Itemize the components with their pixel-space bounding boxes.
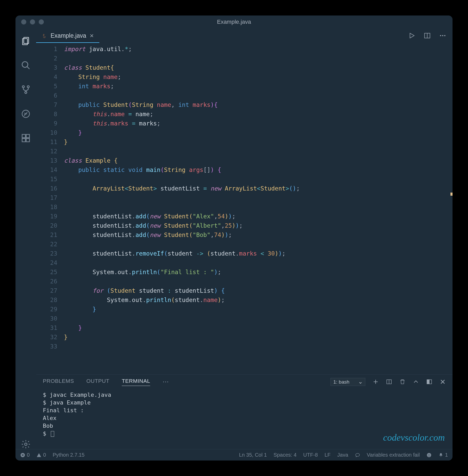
zoom-window-button[interactable] <box>39 19 44 25</box>
run-icon[interactable] <box>408 32 415 39</box>
bottom-panel: PROBLEMS OUTPUT TERMINAL ⋯ 1: bash <box>36 374 453 449</box>
tab-close-icon[interactable]: × <box>90 32 94 40</box>
svg-rect-10 <box>22 139 26 142</box>
line-numbers: 1234567891011121314151617181920212223242… <box>36 43 62 374</box>
status-eol[interactable]: LF <box>325 452 330 458</box>
error-icon <box>20 453 25 458</box>
status-smiley-icon[interactable] <box>426 453 432 458</box>
panel-tab-output[interactable]: OUTPUT <box>86 378 109 386</box>
svg-point-12 <box>25 443 27 446</box>
terminal-output[interactable]: $ javac Example.java$ java ExampleFinal … <box>36 389 453 449</box>
terminal-select[interactable]: 1: bash <box>330 378 365 386</box>
status-bar: 0 0 Python 2.7.15 Ln 35, Col 1 Spaces: 4… <box>15 449 453 461</box>
bell-icon <box>438 453 443 458</box>
window-title: Example.java <box>217 19 251 25</box>
panel-more-icon[interactable]: ⋯ <box>163 378 169 385</box>
java-file-icon <box>42 33 47 39</box>
split-terminal-icon[interactable] <box>386 379 392 385</box>
minimap[interactable] <box>419 45 450 76</box>
warning-icon <box>36 453 42 458</box>
svg-rect-24 <box>427 380 429 384</box>
svg-point-5 <box>27 86 29 88</box>
status-notifications[interactable]: 1 <box>438 452 448 458</box>
svg-point-32 <box>429 454 430 455</box>
kill-terminal-icon[interactable] <box>399 379 406 385</box>
workbench-body: Example.java × 1234567891011121314151617… <box>15 28 453 449</box>
editor-tabs: Example.java × <box>36 28 453 43</box>
status-language[interactable]: Java <box>337 452 348 458</box>
toggle-panel-icon[interactable] <box>426 379 432 385</box>
debug-icon[interactable] <box>21 109 31 119</box>
svg-line-3 <box>27 67 30 69</box>
svg-rect-9 <box>26 134 30 138</box>
svg-point-30 <box>427 453 431 457</box>
svg-marker-13 <box>410 33 414 38</box>
more-actions-icon[interactable] <box>439 32 446 39</box>
status-cursor-position[interactable]: Ln 35, Col 1 <box>239 452 267 458</box>
status-warnings[interactable]: 0 <box>36 452 46 458</box>
settings-gear-icon[interactable] <box>21 439 31 449</box>
svg-point-16 <box>440 35 441 36</box>
status-errors[interactable]: 0 <box>20 452 30 458</box>
watermark-text: codevscolor.com <box>383 434 445 441</box>
status-interpreter[interactable]: Python 2.7.15 <box>53 452 84 458</box>
close-panel-icon[interactable] <box>440 379 446 385</box>
close-window-button[interactable] <box>21 19 26 25</box>
svg-point-17 <box>442 35 443 36</box>
editor-main: Example.java × 1234567891011121314151617… <box>36 28 453 449</box>
status-indentation[interactable]: Spaces: 4 <box>273 452 296 458</box>
status-encoding[interactable]: UTF-8 <box>303 452 318 458</box>
split-editor-icon[interactable] <box>424 32 431 39</box>
svg-point-2 <box>22 62 28 67</box>
new-terminal-icon[interactable] <box>373 379 379 385</box>
titlebar: Example.java <box>15 15 453 28</box>
source-control-icon[interactable] <box>21 85 31 94</box>
svg-point-18 <box>444 35 446 36</box>
search-icon[interactable] <box>21 60 31 70</box>
editor-window: Example.java Example.java × <box>15 15 453 461</box>
code-content[interactable]: import java.util.*; class Student{ Strin… <box>62 43 453 374</box>
svg-point-4 <box>22 86 25 88</box>
extensions-icon[interactable] <box>21 133 31 143</box>
tab-example-java[interactable]: Example.java × <box>36 28 99 43</box>
overview-ruler-mark <box>450 193 453 196</box>
code-editor[interactable]: 1234567891011121314151617181920212223242… <box>36 43 453 374</box>
editor-actions <box>408 28 453 43</box>
svg-rect-11 <box>26 139 30 142</box>
svg-point-31 <box>428 454 429 455</box>
activity-bar <box>15 28 36 449</box>
window-controls <box>15 19 44 25</box>
svg-rect-8 <box>22 134 26 138</box>
status-message[interactable]: Variables extraction fail <box>367 452 420 458</box>
maximize-panel-icon[interactable] <box>413 379 419 385</box>
status-feedback-icon[interactable] <box>355 453 360 458</box>
svg-point-6 <box>25 91 27 93</box>
panel-tabs: PROBLEMS OUTPUT TERMINAL ⋯ 1: bash <box>36 375 453 389</box>
tab-label: Example.java <box>51 32 86 39</box>
panel-tab-problems[interactable]: PROBLEMS <box>43 378 74 386</box>
minimize-window-button[interactable] <box>30 19 35 25</box>
panel-tab-terminal[interactable]: TERMINAL <box>122 378 150 386</box>
explorer-icon[interactable] <box>21 36 31 46</box>
